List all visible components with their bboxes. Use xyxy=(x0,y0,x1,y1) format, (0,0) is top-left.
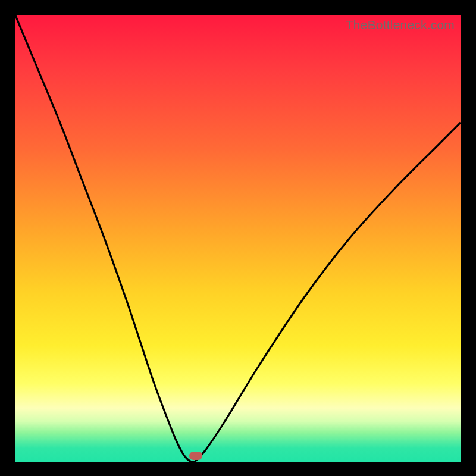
optimum-marker xyxy=(189,452,202,460)
chart-frame: TheBottleneck.com xyxy=(0,0,476,476)
plot-area: TheBottleneck.com xyxy=(15,15,461,462)
bottleneck-curve-path xyxy=(15,15,461,462)
curve-layer xyxy=(15,15,461,462)
